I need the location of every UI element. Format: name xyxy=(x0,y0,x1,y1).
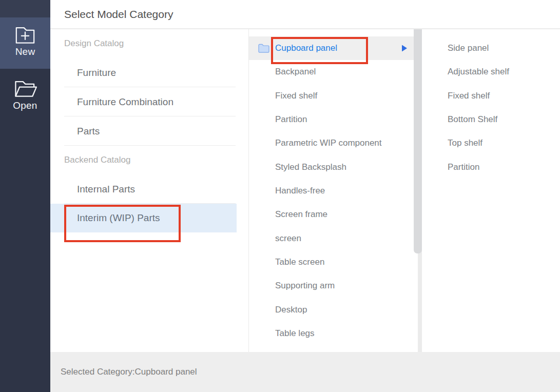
page-title: Select Model Category xyxy=(64,0,173,28)
open-button-label: Open xyxy=(13,100,37,111)
arrow-right-icon xyxy=(402,45,407,52)
subcategory-item-table-legs[interactable]: Table legs xyxy=(249,322,414,345)
detail-item-partition[interactable]: Partition xyxy=(422,155,560,179)
section-header-backend-catalog: Backend Catalog xyxy=(50,146,248,174)
new-button-label: New xyxy=(15,46,35,57)
category-item-parts[interactable]: Parts xyxy=(50,116,248,146)
subcategory-list: Cupboard panel Backpanel Fixed shelf Par… xyxy=(249,36,414,345)
title-bar: Select Model Category xyxy=(50,0,560,29)
subcategory-item-desktop[interactable]: Desktop xyxy=(249,298,414,322)
subcategory-item-fixed-shelf[interactable]: Fixed shelf xyxy=(249,84,414,108)
detail-item-fixed-shelf[interactable]: Fixed shelf xyxy=(422,84,560,108)
status-text: Selected Category:Cupboard panel xyxy=(61,367,197,377)
category-item-furniture[interactable]: Furniture xyxy=(50,58,248,87)
sidebar: New Open xyxy=(0,0,50,392)
status-bar: Selected Category:Cupboard panel xyxy=(50,352,560,392)
folder-icon xyxy=(258,44,269,53)
detail-panel: Side panel Adjustable shelf Fixed shelf … xyxy=(422,29,560,352)
open-folder-icon xyxy=(13,78,37,99)
open-button[interactable]: Open xyxy=(0,69,50,122)
subcategory-label: Cupboard panel xyxy=(275,43,337,53)
subcategory-item-styled-backsplash[interactable]: Styled Backsplash xyxy=(249,155,414,179)
detail-list: Side panel Adjustable shelf Fixed shelf … xyxy=(422,36,560,179)
new-folder-icon xyxy=(13,23,37,45)
section-header-design-catalog: Design Catalog xyxy=(50,29,248,58)
category-item-interim-wip-parts[interactable]: Interim (WIP) Parts xyxy=(50,204,237,232)
subcategory-panel: Cupboard panel Backpanel Fixed shelf Par… xyxy=(249,29,422,352)
detail-item-side-panel[interactable]: Side panel xyxy=(422,36,560,60)
detail-item-bottom-shelf[interactable]: Bottom Shelf xyxy=(422,108,560,131)
subcategory-item-parametric-wip-component[interactable]: Parametric WIP component xyxy=(249,131,414,155)
scrollbar-thumb[interactable] xyxy=(414,29,422,253)
subcategory-item-screen-frame[interactable]: Screen frame xyxy=(249,203,414,226)
detail-item-top-shelf[interactable]: Top shelf xyxy=(422,131,560,155)
category-item-furniture-combination[interactable]: Furniture Combination xyxy=(50,87,248,116)
subcategory-item-screen[interactable]: screen xyxy=(249,227,414,250)
category-item-internal-parts[interactable]: Internal Parts xyxy=(50,174,248,204)
subcategory-item-partition[interactable]: Partition xyxy=(249,108,414,131)
subcategory-item-backpanel[interactable]: Backpanel xyxy=(249,60,414,84)
sidebar-top-strip xyxy=(0,0,50,17)
subcategory-item-table-screen[interactable]: Table screen xyxy=(249,250,414,274)
new-button[interactable]: New xyxy=(0,17,50,69)
subcategory-item-supporting-arm[interactable]: Supporting arm xyxy=(249,274,414,298)
subcategory-item-handles-free[interactable]: Handles-free xyxy=(249,179,414,203)
subcategory-item-cupboard-panel[interactable]: Cupboard panel xyxy=(249,36,414,60)
detail-item-adjustable-shelf[interactable]: Adjustable shelf xyxy=(422,60,560,84)
category-panel: Design Catalog Furniture Furniture Combi… xyxy=(50,29,249,352)
